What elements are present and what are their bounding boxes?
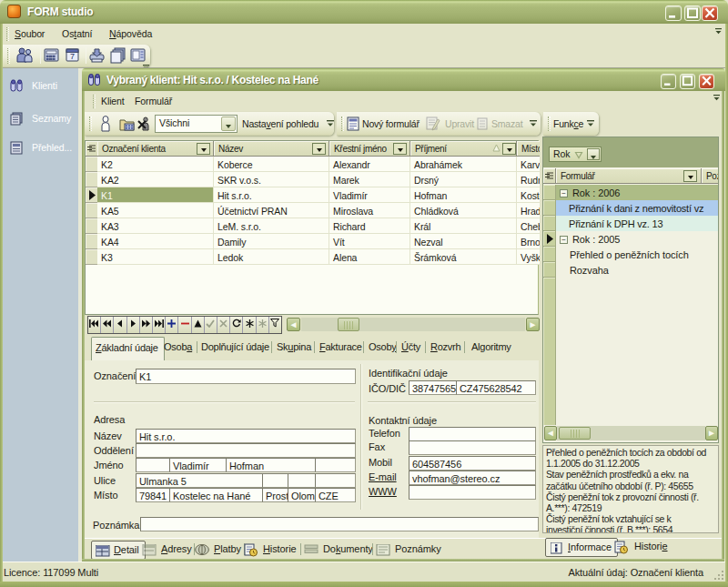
svg-text:7: 7: [70, 52, 75, 61]
